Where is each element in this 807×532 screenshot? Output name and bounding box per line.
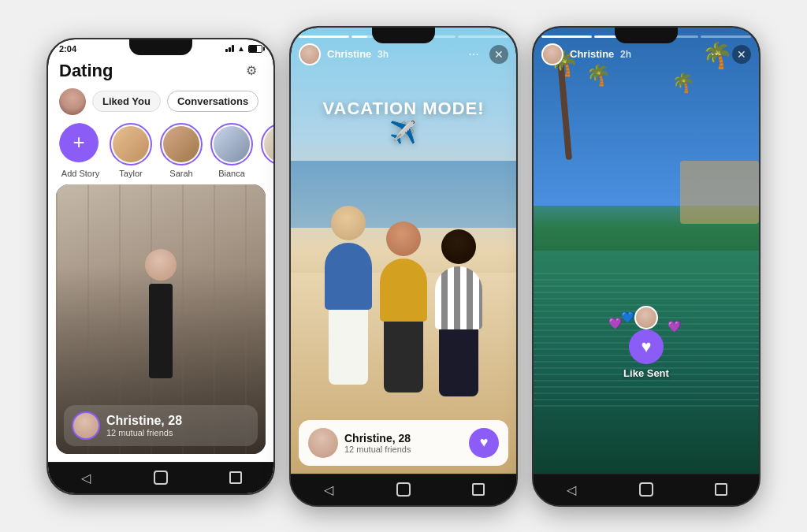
phone-nav-bar-right: ◁ <box>534 474 759 505</box>
nav-back-mid[interactable]: ◁ <box>313 474 344 505</box>
story-username-right: Christine 2h <box>570 48 701 60</box>
left-person <box>321 206 376 395</box>
story-bottom-mutual-mid: 12 mutual friends <box>344 445 463 454</box>
tabs-row: Liked You Conversations <box>48 85 273 120</box>
card-person-figure <box>129 249 192 407</box>
taylor-avatar <box>113 126 149 162</box>
like-sent-overlay: 💜 💙 💜 ♥ Like Sent <box>615 317 678 379</box>
story-bottom-name-mid: Christine, 28 <box>344 432 463 445</box>
settings-button[interactable]: ⚙ <box>240 60 262 82</box>
like-heart-cluster: ♥ <box>629 329 664 364</box>
nav-back-right[interactable]: ◁ <box>556 474 587 505</box>
story-ring-taylor <box>110 123 152 166</box>
phone-mid: Christine 3h ··· ✕ VACATION MODE! ✈️ Chr… <box>289 26 518 507</box>
app-header: Dating ⚙ <box>48 55 273 85</box>
story-viewer-mid: Christine 3h ··· ✕ VACATION MODE! ✈️ Chr… <box>291 28 516 474</box>
like-heart-button-mid[interactable]: ♥ <box>469 428 499 458</box>
add-story-icon: + <box>59 123 99 162</box>
nav-home-right[interactable] <box>630 474 662 505</box>
story-ring-sp <box>261 123 273 166</box>
story-time-right: 2h <box>620 49 631 60</box>
story-sp[interactable]: Sp... <box>261 123 273 178</box>
story-menu-right[interactable]: ··· <box>707 45 726 64</box>
like-sent-hearts: 💜 💙 💜 ♥ <box>615 317 678 364</box>
resort-building <box>680 161 759 224</box>
wifi-icon: ▲ <box>237 44 245 53</box>
like-heart-big: ♥ <box>629 329 664 364</box>
story-taylor[interactable]: Taylor <box>110 123 152 178</box>
add-story-circle: + <box>59 123 102 166</box>
card-text: Christine, 28 12 mutual friends <box>106 414 250 437</box>
phone-notch-right <box>615 28 678 43</box>
story-sarah[interactable]: Sarah <box>160 123 203 178</box>
nav-home-mid[interactable] <box>388 474 419 505</box>
phone-screen-left: 2:04 ▲ Dating ⚙ <box>48 39 273 493</box>
card-avatar <box>72 411 100 440</box>
progress-r4 <box>701 35 751 38</box>
vacation-text: VACATION MODE! ✈️ <box>291 99 516 146</box>
right-person <box>431 229 486 395</box>
story-bianca[interactable]: Bianca <box>210 123 253 178</box>
person-body <box>149 284 173 378</box>
story-close-mid[interactable]: ✕ <box>489 45 508 64</box>
card-person-name: Christine, 28 <box>106 414 250 428</box>
story-avatar-right <box>541 43 563 65</box>
story-add-item[interactable]: + Add Story <box>59 123 102 178</box>
nav-home-left[interactable] <box>145 462 177 493</box>
progress-1 <box>299 35 349 38</box>
heart-float-3: 💜 <box>668 320 681 333</box>
story-ring-sarah <box>160 123 203 166</box>
tab-liked-you[interactable]: Liked You <box>92 91 161 112</box>
center-person <box>376 221 431 395</box>
phone-left: 2:04 ▲ Dating ⚙ <box>46 38 275 495</box>
phone-right: 🌴 🌴 🌴 🌴 <box>532 26 761 507</box>
nav-square-right[interactable] <box>705 474 737 505</box>
bianca-avatar <box>214 126 250 162</box>
taylor-label: Taylor <box>119 169 142 178</box>
add-story-label: Add Story <box>61 169 99 178</box>
story-top-bar-mid: Christine 3h ··· ✕ <box>299 43 508 65</box>
phone-screen-right: 🌴 🌴 🌴 🌴 <box>534 28 759 505</box>
person-face <box>145 249 177 281</box>
story-time-mid: 3h <box>377 49 389 60</box>
plane-emoji: ✈️ <box>389 119 418 146</box>
card-info-bar: Christine, 28 12 mutual friends <box>64 405 258 446</box>
battery-icon <box>248 45 262 53</box>
nav-square-mid[interactable] <box>463 474 494 505</box>
story-bottom-card-mid: Christine, 28 12 mutual friends ♥ <box>299 420 508 466</box>
phone-screen-mid: Christine 3h ··· ✕ VACATION MODE! ✈️ Chr… <box>291 28 516 505</box>
stories-row: + Add Story Taylor Sarah <box>48 120 273 184</box>
person-small-avatar <box>634 306 658 329</box>
pool-background: 🌴 🌴 🌴 🌴 <box>534 28 759 474</box>
story-username-mid: Christine 3h <box>327 48 458 60</box>
story-top-bar-right: Christine 2h ··· ✕ <box>541 43 751 65</box>
progress-4 <box>458 35 508 38</box>
tab-conversations[interactable]: Conversations <box>167 91 258 112</box>
story-avatar-mid <box>299 43 321 65</box>
sarah-label: Sarah <box>169 169 192 178</box>
story-menu-mid[interactable]: ··· <box>464 45 483 64</box>
story-close-right[interactable]: ✕ <box>732 45 751 64</box>
friends-group-figure <box>313 158 494 395</box>
dating-card[interactable]: Christine, 28 12 mutual friends <box>56 184 266 454</box>
phone-nav-bar-left: ◁ <box>48 462 273 493</box>
nav-square-left[interactable] <box>220 462 251 493</box>
palm-2: 🌴 <box>590 63 606 189</box>
heart-float-1: 💜 <box>608 317 622 329</box>
card-mutual-friends: 12 mutual friends <box>106 428 250 437</box>
progress-r1 <box>541 35 592 38</box>
palm-1: 🌴 <box>556 50 572 192</box>
story-bottom-avatar-mid <box>308 428 338 458</box>
nav-back-left[interactable]: ◁ <box>70 462 102 493</box>
story-viewer-right: 🌴 🌴 🌴 🌴 <box>534 28 759 474</box>
like-sent-label: Like Sent <box>623 367 669 379</box>
status-time-left: 2:04 <box>59 44 76 54</box>
phone-notch-left <box>129 39 192 55</box>
app-title: Dating <box>59 61 113 81</box>
phone-notch-mid <box>372 28 435 43</box>
status-icons-left: ▲ <box>225 44 262 53</box>
phone-nav-bar-mid: ◁ <box>291 474 516 505</box>
heart-float-2: 💙 <box>621 311 634 323</box>
sarah-avatar <box>163 126 199 162</box>
bianca-label: Bianca <box>218 169 245 178</box>
